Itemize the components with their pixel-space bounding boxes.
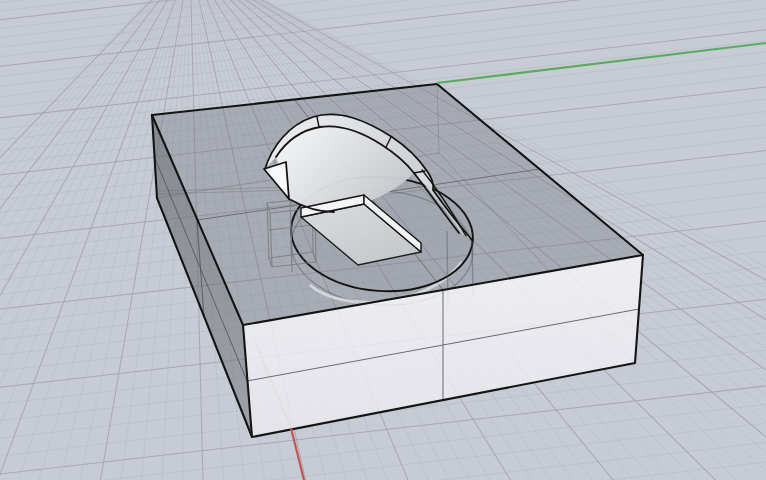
cad-viewport[interactable] <box>0 0 766 480</box>
viewport-canvas[interactable] <box>0 0 766 480</box>
